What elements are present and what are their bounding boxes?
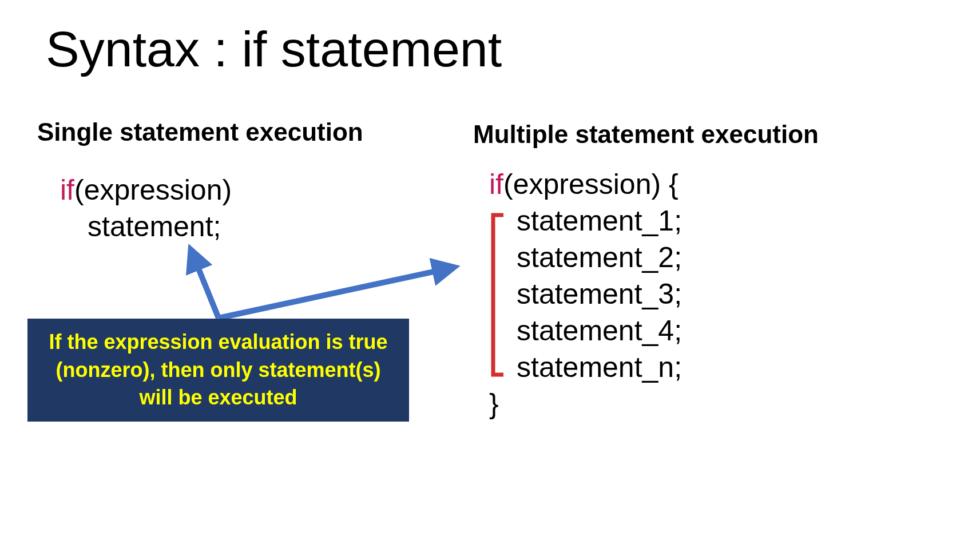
callout-text: If the expression evaluation is true (no… xyxy=(39,328,398,412)
expression-right: (expression) { xyxy=(503,168,679,200)
page-title: Syntax : if statement xyxy=(46,20,502,78)
if-keyword-right: if xyxy=(489,168,503,200)
multiple-statement-code: if(expression) { statement_1; statement_… xyxy=(489,166,682,422)
close-brace: } xyxy=(489,388,499,420)
statement-left: statement; xyxy=(88,211,221,243)
statement-1: statement_1; xyxy=(517,205,682,237)
statement-n: statement_n; xyxy=(517,351,682,383)
left-heading: Single statement execution xyxy=(37,118,363,146)
svg-line-2 xyxy=(219,268,452,318)
statement-2: statement_2; xyxy=(517,241,682,273)
if-keyword-left: if xyxy=(60,174,74,206)
callout-box: If the expression evaluation is true (no… xyxy=(27,319,409,422)
svg-line-1 xyxy=(192,252,219,318)
statement-3: statement_3; xyxy=(517,278,682,310)
right-heading: Multiple statement execution xyxy=(473,120,819,149)
statement-4: statement_4; xyxy=(517,315,682,347)
single-statement-code: if(expression) statement; xyxy=(60,172,232,245)
expression-left: (expression) xyxy=(74,174,232,206)
